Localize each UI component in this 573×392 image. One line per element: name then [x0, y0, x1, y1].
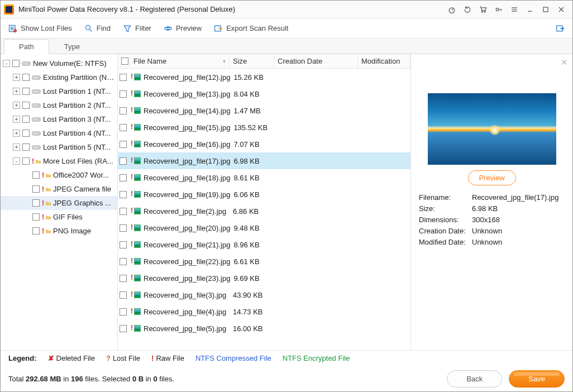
file-checkbox[interactable] [120, 241, 127, 248]
tree-expander-icon[interactable]: + [13, 102, 20, 109]
file-checkbox[interactable] [120, 157, 127, 165]
column-creation[interactable]: Creation Date [274, 54, 358, 68]
file-row[interactable]: !Recovered_jpg_file(20).jpg9.48 KB [118, 219, 410, 236]
tree-checkbox[interactable] [22, 88, 30, 95]
titlebar-cart-icon[interactable] [475, 2, 491, 17]
tree-expander-icon[interactable]: - [13, 157, 20, 165]
tree-item[interactable]: !JPEG Camera file [1, 182, 117, 196]
share-button[interactable] [556, 24, 565, 33]
tree-expander-icon[interactable]: + [13, 88, 20, 95]
file-row[interactable]: !Recovered_jpg_file(5).jpg16.00 KB [118, 320, 410, 337]
file-checkbox[interactable] [120, 224, 127, 232]
file-row[interactable]: !Recovered_jpg_file(16).jpg7.07 KB [118, 136, 410, 152]
tree-expander-icon[interactable]: - [3, 60, 10, 67]
titlebar-refresh-icon[interactable] [460, 2, 475, 17]
tree-checkbox[interactable] [32, 171, 40, 179]
titlebar-menu-icon[interactable] [507, 2, 522, 17]
tree-item[interactable]: -New Volume(E: NTFS) [1, 56, 117, 70]
file-row[interactable]: !Recovered_jpg_file(14).jpg1.47 MB [118, 102, 410, 119]
tree-expander-icon[interactable] [23, 227, 30, 235]
save-button[interactable]: Save [509, 370, 565, 388]
tree-checkbox[interactable] [32, 185, 40, 193]
tree-expander-icon[interactable]: + [13, 130, 20, 137]
file-checkbox[interactable] [120, 291, 127, 299]
tree-item[interactable]: !JPEG Graphics ... [1, 196, 117, 210]
tree-checkbox[interactable] [22, 102, 30, 109]
tree-expander-icon[interactable]: + [13, 74, 20, 81]
preview-open-button[interactable]: Preview [468, 170, 516, 185]
preview-button[interactable]: Preview [164, 24, 202, 33]
tree-item[interactable]: !Office2007 Wor... [1, 168, 117, 182]
tree-checkbox[interactable] [22, 74, 30, 81]
file-checkbox[interactable] [120, 90, 127, 98]
tree-item[interactable]: +Lost Partition 3 (NT... [1, 112, 117, 126]
maximize-button[interactable] [538, 2, 553, 17]
tree-expander-icon[interactable] [23, 213, 30, 221]
file-checkbox[interactable] [120, 308, 127, 315]
tree-expander-icon[interactable]: + [13, 144, 20, 151]
find-button[interactable]: Find [84, 24, 111, 33]
file-checkbox[interactable] [120, 258, 127, 265]
select-all-checkbox[interactable] [121, 58, 128, 65]
tree-item[interactable]: +Lost Partition 1 (NT... [1, 84, 117, 98]
tree-item[interactable]: -!More Lost Files (RA... [1, 154, 117, 168]
back-button[interactable]: Back [447, 370, 502, 388]
tree-checkbox[interactable] [22, 130, 30, 137]
file-row[interactable]: !Recovered_jpg_file(18).jpg8.61 KB [118, 169, 410, 186]
column-modification[interactable]: Modification [358, 54, 410, 68]
tree-item[interactable]: +Lost Partition 5 (NT... [1, 140, 117, 154]
file-row[interactable]: !Recovered_jpg_file(3).jpg43.90 KB [118, 286, 410, 303]
file-row[interactable]: !Recovered_jpg_file(2).jpg6.86 KB [118, 203, 410, 219]
tab-path[interactable]: Path [4, 39, 49, 54]
file-row[interactable]: !Recovered_jpg_file(23).jpg9.69 KB [118, 270, 410, 286]
tree-checkbox[interactable] [32, 199, 40, 207]
file-checkbox[interactable] [120, 275, 127, 282]
file-checkbox[interactable] [120, 74, 127, 81]
file-row[interactable]: !Recovered_jpg_file(12).jpg15.26 KB [118, 69, 410, 85]
titlebar-gauge-icon[interactable] [444, 2, 460, 17]
tree-item[interactable]: !GIF Files [1, 210, 117, 224]
file-checkbox[interactable] [120, 325, 127, 332]
file-checkbox[interactable] [120, 107, 127, 114]
minimize-button[interactable] [522, 2, 538, 17]
column-filename[interactable]: File Name▾ [130, 54, 230, 68]
file-row[interactable]: !Recovered_jpg_file(4).jpg14.73 KB [118, 303, 410, 320]
tree-expander-icon[interactable] [23, 185, 30, 193]
file-row[interactable]: !Recovered_jpg_file(17).jpg6.98 KB [118, 152, 410, 169]
file-row[interactable]: !Recovered_jpg_file(15).jpg135.52 KB [118, 119, 410, 136]
tree-checkbox[interactable] [22, 116, 30, 123]
tree-expander-icon[interactable]: + [13, 116, 20, 123]
file-checkbox[interactable] [120, 141, 127, 148]
file-name: Recovered_jpg_file(15).jpg [142, 123, 230, 132]
tree-checkbox[interactable] [32, 227, 40, 235]
titlebar-key-icon[interactable] [491, 2, 507, 17]
file-row[interactable]: !Recovered_jpg_file(22).jpg6.61 KB [118, 253, 410, 270]
tree-checkbox[interactable] [12, 60, 20, 67]
tab-type[interactable]: Type [49, 39, 95, 54]
file-row[interactable]: !Recovered_jpg_file(19).jpg6.06 KB [118, 186, 410, 203]
close-button[interactable] [553, 2, 569, 17]
file-row[interactable]: !Recovered_jpg_file(13).jpg8.04 KB [118, 85, 410, 102]
preview-close-icon[interactable]: ✕ [561, 58, 568, 68]
export-button[interactable]: Export Scan Result [214, 24, 288, 33]
file-checkbox[interactable] [120, 124, 127, 131]
file-checkbox[interactable] [120, 174, 127, 181]
tree-checkbox[interactable] [22, 144, 30, 151]
tree-checkbox[interactable] [22, 157, 30, 165]
tree-item[interactable]: +Existing Partition (N...) [1, 70, 117, 84]
file-rows[interactable]: !Recovered_jpg_file(12).jpg15.26 KB!Reco… [118, 69, 410, 350]
tree-checkbox[interactable] [32, 213, 40, 221]
svg-point-2 [484, 11, 485, 12]
tree-item[interactable]: !PNG Image [1, 224, 117, 238]
file-row[interactable]: !Recovered_jpg_file(21).jpg8.96 KB [118, 236, 410, 253]
tree-item[interactable]: +Lost Partition 4 (NT... [1, 126, 117, 140]
show-lost-files-button[interactable]: Show Lost Files [8, 24, 72, 33]
file-checkbox[interactable] [120, 208, 127, 215]
folder-tree[interactable]: -New Volume(E: NTFS)+Existing Partition … [1, 54, 118, 350]
tree-item[interactable]: +Lost Partition 2 (NT... [1, 98, 117, 112]
filter-button[interactable]: Filter [123, 24, 151, 33]
column-size[interactable]: Size [230, 54, 274, 68]
tree-expander-icon[interactable] [23, 171, 30, 179]
file-checkbox[interactable] [120, 191, 127, 198]
tree-expander-icon[interactable] [23, 199, 30, 207]
